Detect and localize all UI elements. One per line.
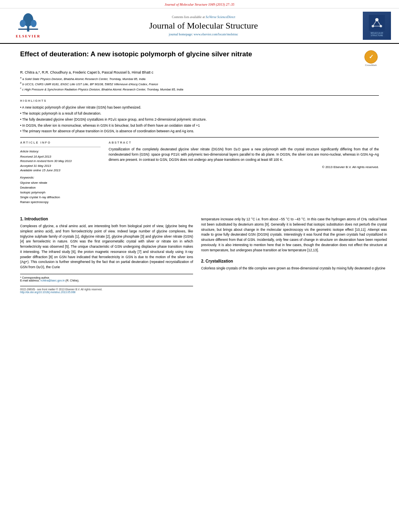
corresponding-author: * Corresponding author. <box>20 276 193 279</box>
received-date: Received 16 April 2013 <box>20 154 101 159</box>
highlight-item-4: • In DGSN, the silver ion is mononuclear… <box>20 123 379 128</box>
footer-section: 0022-2860/$ - see front matter © 2013 El… <box>20 286 193 295</box>
article-title: Effect of deuteration: A new isotopic po… <box>20 50 363 59</box>
journal-citation: Journal of Molecular Structure 1049 (201… <box>0 0 399 8</box>
journal-title-section: Contents lists available at SciVerse Sci… <box>48 15 359 36</box>
journal-badge-section: MOLECULARSTRUCTURE <box>359 12 391 40</box>
available-date: Available online 15 June 2013 <box>20 168 101 173</box>
keywords-title: Keywords: <box>20 176 101 179</box>
molecular-structure-icon <box>369 15 385 31</box>
elsevier-logo: ELSEVIER <box>8 13 48 38</box>
keyword-5: Raman spectroscopy <box>20 200 101 205</box>
mol-structure-badge: MOLECULARSTRUCTURE <box>363 12 391 40</box>
sciverse-line: Contents lists available at SciVerse Sci… <box>48 15 359 19</box>
abstract-copyright: © 2013 Elsevier B.V. All rights reserved… <box>109 165 379 169</box>
footnotes-section: * Corresponding author. E-mail address: … <box>20 274 193 282</box>
footer-doi: http://dx.doi.org/10.1016/j.molstruc.201… <box>20 291 173 294</box>
article-content: Effect of deuteration: A new isotopic po… <box>0 44 399 211</box>
info-divider <box>20 147 101 147</box>
keyword-2: Deuteration <box>20 185 101 190</box>
history-title: Article history: <box>20 150 101 153</box>
email-address: E-mail address: rchitra@barc.gov.in (R. … <box>20 279 193 282</box>
affiliation-c: c c High Pressure & Synchrotron Radiatio… <box>20 86 379 92</box>
two-col-section: ARTICLE INFO Article history: Received 1… <box>20 141 379 205</box>
journal-homepage: journal homepage: www.elsevier.com/locat… <box>48 33 359 36</box>
keywords-section: Keywords: Glycine silver nitrate Deutera… <box>20 176 101 205</box>
svg-point-3 <box>20 20 26 27</box>
affiliation-b: b b UCCS, CNRS UMR 8181, ENSC Lille UST … <box>20 81 379 86</box>
page: Journal of Molecular Structure 1049 (201… <box>0 0 399 532</box>
journal-header: ELSEVIER Contents lists available at Sci… <box>0 8 399 44</box>
elsevier-text: ELSEVIER <box>16 34 41 38</box>
elsevier-tree-icon <box>14 13 42 33</box>
article-history: Article history: Received 16 April 2013 … <box>20 150 101 173</box>
right-column-text: temperature increase only by 12 °C i.e. … <box>201 217 387 253</box>
highlight-item-1: • A new isotopic polymorph of glycine si… <box>20 105 379 110</box>
highlight-item-3: • The fully deuterated glycine silver (D… <box>20 117 379 122</box>
svg-text:✓: ✓ <box>368 53 373 60</box>
crystallization-section: 2. Crystallization Colorless single crys… <box>201 259 387 271</box>
divider-1 <box>20 95 379 96</box>
keyword-1: Glycine silver nitrate <box>20 181 101 185</box>
crossmark-label: CrossMark <box>365 64 376 66</box>
right-column: temperature increase only by 12 °C i.e. … <box>201 217 387 295</box>
crystallization-text: Colorless single crystals of the title c… <box>201 266 387 271</box>
highlights-section: HIGHLIGHTS • A new isotopic polymorph of… <box>20 99 379 134</box>
affiliation-a: a a Solid State Physics Division, Bhabha… <box>20 76 379 81</box>
main-body: 1. Introduction Complexes of glycine, a … <box>0 211 399 301</box>
article-info-label: ARTICLE INFO <box>20 141 101 144</box>
footer-issn: 0022-2860/$ - see front matter © 2013 El… <box>20 288 173 291</box>
divider-2 <box>20 137 379 138</box>
abstract-text: Crystallization of the completely deuter… <box>109 147 379 162</box>
journal-title: Journal of Molecular Structure <box>48 21 359 31</box>
article-info-col: ARTICLE INFO Article history: Received 1… <box>20 141 101 205</box>
crossmark-icon: ✓ <box>364 50 378 64</box>
crossmark-section: ✓ CrossMark <box>363 50 379 66</box>
keyword-4: Single crystal X-ray diffraction <box>20 195 101 200</box>
left-column: 1. Introduction Complexes of glycine, a … <box>20 217 193 295</box>
affiliations: a a Solid State Physics Division, Bhabha… <box>20 76 379 91</box>
badge-text: MOLECULARSTRUCTURE <box>370 32 383 37</box>
revised-date: Received in revised form 30 May 2013 <box>20 159 101 163</box>
svg-point-4 <box>31 20 37 27</box>
abstract-col: ABSTRACT Crystallization of the complete… <box>109 141 379 205</box>
highlight-item-2: • The isotopic polymorph is a result of … <box>20 111 379 116</box>
highlight-item-5: • The primary reason for absence of phas… <box>20 129 379 134</box>
article-title-section: Effect of deuteration: A new isotopic po… <box>20 50 379 66</box>
abstract-label: ABSTRACT <box>109 141 379 144</box>
highlights-label: HIGHLIGHTS <box>20 99 379 103</box>
keyword-3: Isotopic polymorph <box>20 190 101 195</box>
svg-rect-5 <box>18 29 38 30</box>
intro-paragraph: Complexes of glycine, a chiral amino aci… <box>20 224 193 270</box>
elsevier-logo-section: ELSEVIER <box>8 13 48 38</box>
authors: R. Chitra a,*, R.R. Choudhury a, Frederi… <box>20 70 379 74</box>
crystallization-heading: 2. Crystallization <box>201 259 387 263</box>
svg-rect-6 <box>369 15 385 31</box>
accepted-date: Accepted 31 May 2013 <box>20 164 101 168</box>
intro-heading: 1. Introduction <box>20 217 193 221</box>
